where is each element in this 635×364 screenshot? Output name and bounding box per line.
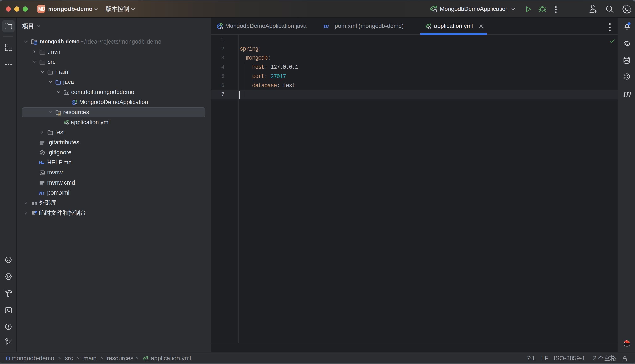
svg-text:m: m: [324, 22, 329, 30]
